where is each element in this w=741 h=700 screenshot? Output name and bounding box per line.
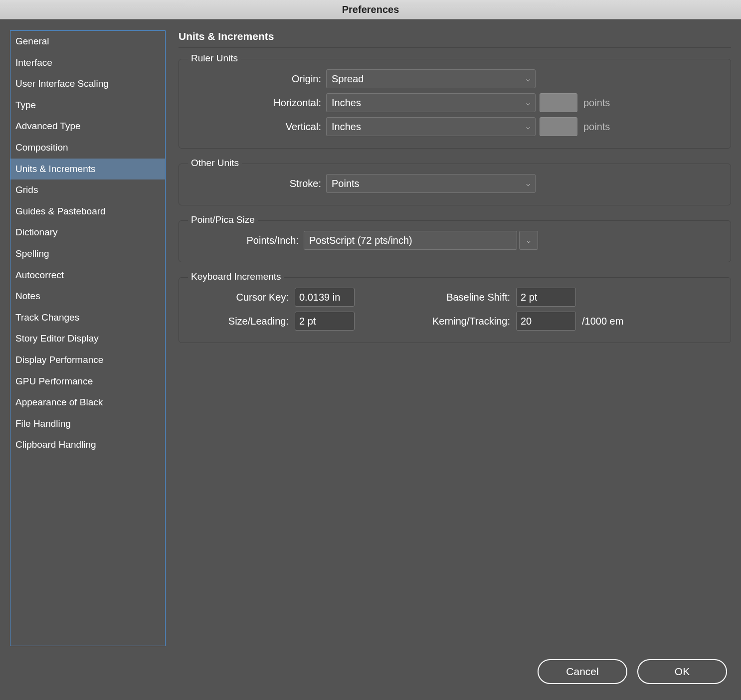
sidebar-item-dictionary[interactable]: Dictionary [10,222,165,243]
select-horizontal-value: Inches [332,97,361,109]
sidebar: General Interface User Interface Scaling… [10,30,166,646]
sidebar-item-general[interactable]: General [10,31,165,52]
label-stroke: Stroke: [189,178,326,189]
sidebar-label: File Handling [15,418,71,429]
legend-point-pica: Point/Pica Size [188,214,258,225]
sidebar-label: Track Changes [15,312,79,323]
legend-ruler-units: Ruler Units [188,53,241,64]
title-bar: Preferences [0,0,741,19]
sidebar-item-interface[interactable]: Interface [10,52,165,74]
select-vertical-value: Inches [332,121,361,133]
dialog-buttons: Cancel OK [10,659,731,689]
sidebar-label: Type [15,100,36,110]
sidebar-item-file-handling[interactable]: File Handling [10,413,165,435]
select-stroke-value: Points [332,178,360,189]
label-origin: Origin: [189,73,326,85]
legend-keyboard-increments: Keyboard Increments [188,271,284,282]
cancel-label: Cancel [566,666,598,678]
chevron-down-icon: ⌵ [526,179,530,187]
label-kerning-suffix: /1000 em [582,316,721,327]
label-baseline-shift: Baseline Shift: [361,292,510,303]
sidebar-label: Interface [15,57,52,68]
select-vertical[interactable]: Inches ⌵ [326,117,536,136]
combo-points-value: PostScript (72 pts/inch) [309,235,412,246]
select-origin[interactable]: Spread ⌵ [326,69,536,88]
sidebar-label: Composition [15,142,68,153]
horizontal-points-box: points [540,93,610,112]
label-cursor-key: Cursor Key: [189,292,289,303]
sidebar-label: Grids [15,184,38,195]
sidebar-item-units-increments[interactable]: Units & Increments [10,159,165,180]
select-stroke[interactable]: Points ⌵ [326,174,536,193]
vertical-points-box: points [540,117,610,136]
select-origin-value: Spread [332,73,364,85]
fieldset-keyboard-increments: Keyboard Increments Cursor Key: Baseline… [179,277,731,343]
ok-label: OK [675,666,690,678]
sidebar-label: Advanced Type [15,121,81,131]
readonly-vertical-points [540,117,577,136]
sidebar-label: Autocorrect [15,270,64,280]
fieldset-other-units: Other Units Stroke: Points ⌵ [179,164,731,205]
sidebar-label: GPU Performance [15,376,93,386]
window-title: Preferences [342,4,399,15]
label-horizontal-points: points [583,97,610,109]
label-kerning-tracking: Kerning/Tracking: [361,316,510,327]
label-size-leading: Size/Leading: [189,316,289,327]
sidebar-item-guides-pasteboard[interactable]: Guides & Pasteboard [10,201,165,222]
sidebar-item-display-performance[interactable]: Display Performance [10,350,165,371]
input-kerning-tracking[interactable] [516,312,576,331]
select-horizontal[interactable]: Inches ⌵ [326,93,536,112]
sidebar-label: Spelling [15,248,49,259]
sidebar-item-spelling[interactable]: Spelling [10,243,165,265]
sidebar-item-composition[interactable]: Composition [10,137,165,159]
sidebar-label: Appearance of Black [15,397,103,407]
combo-points-text[interactable]: PostScript (72 pts/inch) [304,231,517,250]
fieldset-ruler-units: Ruler Units Origin: Spread ⌵ Horizontal:… [179,59,731,149]
label-horizontal: Horizontal: [189,97,326,109]
fieldset-point-pica: Point/Pica Size Points/Inch: PostScript … [179,220,731,262]
label-points-per-inch: Points/Inch: [189,235,304,246]
combo-points-dropdown-button[interactable]: ⌵ [519,231,538,250]
sidebar-item-autocorrect[interactable]: Autocorrect [10,265,165,286]
sidebar-item-advanced-type[interactable]: Advanced Type [10,116,165,137]
chevron-down-icon: ⌵ [526,75,530,83]
sidebar-label: Notes [15,291,40,301]
sidebar-item-gpu-performance[interactable]: GPU Performance [10,371,165,392]
readonly-horizontal-points [540,93,577,112]
label-vertical: Vertical: [189,121,326,133]
sidebar-label: Clipboard Handling [15,439,96,450]
sidebar-item-ui-scaling[interactable]: User Interface Scaling [10,73,165,95]
sidebar-item-type[interactable]: Type [10,95,165,116]
sidebar-item-story-editor-display[interactable]: Story Editor Display [10,328,165,350]
ok-button[interactable]: OK [637,659,727,684]
label-vertical-points: points [583,121,610,133]
sidebar-label: User Interface Scaling [15,78,109,89]
sidebar-label: Display Performance [15,354,103,365]
sidebar-item-appearance-black[interactable]: Appearance of Black [10,392,165,413]
panel-heading: Units & Increments [179,30,731,48]
sidebar-label: Guides & Pasteboard [15,206,106,216]
sidebar-label: Units & Increments [15,164,96,174]
content-panel: Units & Increments Ruler Units Origin: S… [179,30,731,646]
sidebar-item-notes[interactable]: Notes [10,286,165,307]
cancel-button[interactable]: Cancel [538,659,627,684]
sidebar-item-clipboard-handling[interactable]: Clipboard Handling [10,434,165,456]
combo-points-per-inch[interactable]: PostScript (72 pts/inch) ⌵ [304,231,538,250]
input-cursor-key[interactable] [295,288,355,307]
sidebar-item-track-changes[interactable]: Track Changes [10,307,165,329]
upper-area: General Interface User Interface Scaling… [10,30,731,646]
sidebar-item-grids[interactable]: Grids [10,179,165,201]
chevron-down-icon: ⌵ [526,99,530,107]
sidebar-label: Dictionary [15,227,57,237]
input-baseline-shift[interactable] [516,288,576,307]
input-size-leading[interactable] [295,312,355,331]
chevron-down-icon: ⌵ [527,236,531,244]
sidebar-label: General [15,36,49,46]
sidebar-label: Story Editor Display [15,333,99,344]
chevron-down-icon: ⌵ [526,123,530,131]
legend-other-units: Other Units [188,158,242,169]
main-area: General Interface User Interface Scaling… [0,19,741,700]
